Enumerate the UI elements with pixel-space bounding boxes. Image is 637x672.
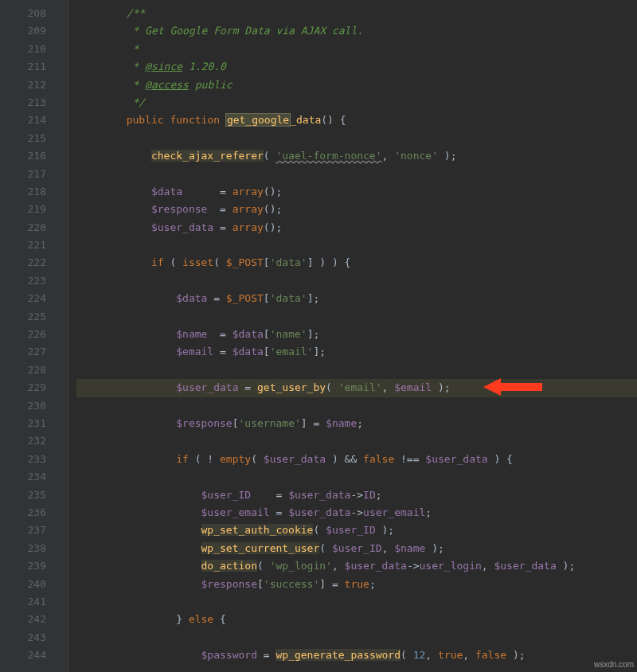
token-plain: = [251, 489, 288, 501]
token-plain: , [382, 150, 395, 162]
line-number: 218 [6, 183, 46, 201]
token-plain: ]; [307, 292, 320, 304]
code-line[interactable]: $data = $_POST['data']; [76, 290, 637, 307]
line-number: 217 [6, 166, 46, 183]
line-number: 238 [6, 540, 46, 557]
line-number: 230 [6, 397, 46, 415]
line-number: 237 [6, 522, 46, 539]
token-var: $email [394, 381, 432, 393]
code-line[interactable] [76, 272, 637, 290]
code-line[interactable]: */ [76, 94, 637, 111]
code-line[interactable]: $user_data = array(); [76, 219, 637, 236]
token-plain: (); [264, 186, 282, 197]
code-line[interactable] [76, 130, 637, 147]
token-string: 'name' [270, 328, 307, 340]
token-var: $response [176, 417, 232, 429]
token-plain: ]; [307, 328, 320, 340]
line-number: 231 [6, 415, 46, 432]
code-line[interactable]: } else { [76, 611, 637, 628]
token-var: $user_data [176, 381, 238, 393]
code-line[interactable]: * Get Google Form Data via AJAX call. [76, 22, 637, 40]
token-const: ID [363, 489, 376, 501]
code-line[interactable]: wp_set_current_user( $user_ID, $name ); [76, 540, 637, 557]
code-editor[interactable]: 2082092102112122132142152162172182192202… [0, 0, 637, 672]
token-plain: ( [401, 649, 413, 661]
code-line[interactable]: do_action( 'wp_login', $user_data->user_… [76, 557, 637, 575]
code-line[interactable]: wp_set_auth_cookie( $user_ID ); [76, 522, 637, 539]
token-keyword: public [127, 114, 164, 126]
token-string: 'username' [239, 417, 301, 429]
code-line[interactable]: $user_ID = $user_data->ID; [76, 486, 637, 504]
code-line[interactable] [76, 629, 637, 647]
token-keyword: array [233, 203, 264, 215]
token-plain: , [382, 542, 395, 554]
token-comment: public [189, 79, 233, 91]
token-global: $_POST [226, 256, 264, 268]
token-var: $user_email [201, 506, 270, 518]
code-line[interactable] [76, 397, 637, 415]
code-line[interactable]: $response['success'] = true; [76, 576, 637, 593]
code-line[interactable]: $name = $data['name']; [76, 326, 637, 343]
code-line[interactable]: check_ajax_referer( 'uael-form-nonce', '… [76, 147, 637, 165]
code-line[interactable]: $response = array(); [76, 201, 637, 218]
token-plain: = [213, 221, 232, 233]
code-line[interactable]: $password = wp_generate_password( 12, tr… [76, 647, 637, 664]
code-line[interactable]: /** [76, 5, 637, 22]
token-var: $data [233, 328, 264, 340]
token-keyword: empty [220, 453, 251, 465]
token-keyword: false [475, 649, 506, 661]
line-number: 221 [6, 236, 46, 254]
code-area[interactable]: /** * Get Google Form Data via AJAX call… [68, 0, 637, 672]
token-var: $user_ID [326, 524, 376, 536]
token-var: $user_data [264, 453, 326, 465]
token-plain: ( [251, 453, 264, 465]
code-line[interactable] [76, 236, 637, 254]
token-func-bg: wp_set_current_user [201, 542, 320, 554]
code-line[interactable]: * @access public [76, 76, 637, 94]
token-comment: 1.20.0 [182, 61, 226, 72]
code-line[interactable] [76, 361, 637, 379]
line-number-gutter: 2082092102112122132142152162172182192202… [0, 0, 56, 672]
code-line[interactable] [76, 308, 637, 326]
token-comment: * [127, 61, 145, 72]
token-plain: (); [264, 203, 282, 215]
token-plain: [ [257, 578, 264, 590]
token-plain: ); [506, 649, 525, 661]
token-plain: = [182, 186, 233, 197]
code-line[interactable]: $user_email = $user_data->user_email; [76, 504, 637, 522]
code-line[interactable] [76, 432, 637, 450]
code-line[interactable]: $user_data = get_user_by( 'email', $emai… [76, 379, 637, 397]
code-line[interactable]: if ( ! empty( $user_data ) && false !== … [76, 451, 637, 468]
token-plain: = [213, 346, 232, 357]
code-line[interactable]: * @since 1.20.0 [76, 58, 637, 76]
line-number: 239 [6, 557, 46, 575]
token-plain: = [239, 381, 257, 393]
token-var: $user_data [345, 560, 407, 572]
line-number: 226 [6, 326, 46, 343]
code-line[interactable] [76, 468, 637, 486]
token-var: $name [394, 542, 425, 554]
token-var: $password [201, 649, 257, 661]
line-number: 234 [6, 468, 46, 486]
token-plain: ( [164, 256, 182, 268]
code-line[interactable] [76, 166, 637, 183]
token-const: user_email [363, 506, 425, 518]
token-plain: ] = [301, 417, 326, 429]
line-number: 216 [6, 147, 46, 165]
token-var: $user_data [288, 489, 350, 501]
token-var: $user_ID [201, 489, 252, 501]
line-number: 208 [6, 5, 46, 22]
code-line[interactable]: $email = $data['email']; [76, 343, 637, 361]
code-line[interactable] [76, 593, 637, 611]
code-line[interactable]: $response['username'] = $name; [76, 415, 637, 432]
line-number: 229 [6, 379, 46, 397]
code-line[interactable]: $data = array(); [76, 183, 637, 201]
token-string: 'nonce' [394, 150, 438, 162]
token-string: 'success' [264, 578, 319, 590]
token-var: $response [201, 578, 257, 590]
line-number: 228 [6, 361, 46, 379]
code-line[interactable]: * [76, 41, 637, 58]
token-doctag: @access [145, 79, 189, 91]
code-line[interactable]: if ( isset( $_POST['data'] ) ) { [76, 254, 637, 272]
code-line[interactable]: public function get_google_data() { [76, 111, 637, 129]
